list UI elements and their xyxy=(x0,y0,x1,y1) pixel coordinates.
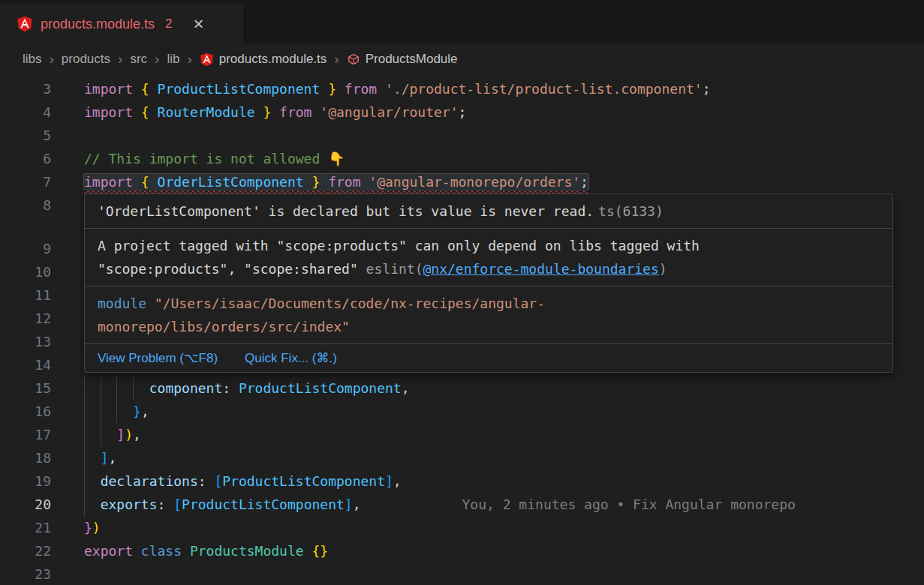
breadcrumb: libs › products › src › lib › products.m… xyxy=(0,44,924,75)
code-line-6[interactable]: 6// This import is not allowed 👇 xyxy=(0,147,924,170)
indent-guide-icon xyxy=(116,376,117,400)
code-content: import { RouterModule } from '@angular/r… xyxy=(84,100,466,124)
line-number: 23 xyxy=(0,562,51,585)
line-number: 19 xyxy=(0,470,51,493)
code-line-17[interactable]: 17 ]), xyxy=(0,423,924,446)
line-number: 10 xyxy=(0,260,51,284)
code-line-21[interactable]: 21}) xyxy=(0,516,924,539)
chevron-right-icon: › xyxy=(50,51,54,68)
quick-fix-button[interactable]: Quick Fix... (⌘.) xyxy=(245,348,337,368)
hover-eslint-line2: "scope:products", "scope:shared" eslint(… xyxy=(98,257,880,280)
code-line-7[interactable]: 7import { OrderListComponent } from '@an… xyxy=(0,170,924,194)
code-editor: 3import { ProductListComponent } from '.… xyxy=(0,75,924,585)
code-line-16[interactable]: 16 }, xyxy=(0,400,924,423)
diagnostics-hover-popup: 'OrderListComponent' is declared but its… xyxy=(84,194,893,373)
view-problem-button[interactable]: View Problem (⌥F8) xyxy=(98,348,218,368)
module-path-line2: monorepo/libs/orders/src/index" xyxy=(98,319,350,334)
chevron-right-icon: › xyxy=(118,51,122,68)
code-line-5[interactable]: 5 xyxy=(0,124,924,147)
line-number: 21 xyxy=(0,516,51,539)
tab-products-module[interactable]: products.module.ts 2 × xyxy=(0,4,245,44)
hover-action-bar: View Problem (⌥F8) Quick Fix... (⌘.) xyxy=(85,344,892,372)
module-path-line1: "/Users/isaac/Documents/code/nx-recipes/… xyxy=(155,296,545,311)
breadcrumb-item-libs[interactable]: libs xyxy=(23,52,42,67)
symbol-module-icon xyxy=(347,52,360,66)
code-line-19[interactable]: 19 declarations: [ProductListComponent], xyxy=(0,470,924,493)
line-number: 5 xyxy=(0,124,51,147)
hover-eslint-line1: A project tagged with "scope:products" c… xyxy=(98,234,880,257)
line-number: 17 xyxy=(0,423,51,446)
code-content: exports: [ProductListComponent],You, 2 m… xyxy=(84,493,796,516)
chevron-right-icon: › xyxy=(334,51,339,68)
line-number: 20 xyxy=(0,493,51,516)
line-number: 22 xyxy=(0,539,51,562)
line-number: 16 xyxy=(0,400,51,423)
code-line-20[interactable]: 20 exports: [ProductListComponent],You, … xyxy=(0,493,924,516)
line-number: 12 xyxy=(0,307,51,330)
hover-ts-code: ts(6133) xyxy=(598,203,664,219)
code-content: }, xyxy=(84,400,149,423)
hover-range-highlight: import { OrderListComponent } from '@ang… xyxy=(84,174,588,190)
code-line-4[interactable]: 4import { RouterModule } from '@angular/… xyxy=(0,100,924,124)
code-content: import { OrderListComponent } from '@ang… xyxy=(84,170,588,194)
hover-module-info: module "/Users/isaac/Documents/code/nx-r… xyxy=(85,286,892,344)
hover-ts-diagnostic: 'OrderListComponent' is declared but its… xyxy=(85,194,892,228)
code-content: // This import is not allowed 👇 xyxy=(84,147,345,170)
line-number: 7 xyxy=(0,170,51,194)
tab-bar: products.module.ts 2 × xyxy=(0,0,924,44)
code-line-18[interactable]: 18 ], xyxy=(0,446,924,470)
line-number: 9 xyxy=(0,237,51,260)
tab-filename: products.module.ts xyxy=(41,16,155,32)
line-number: 8 xyxy=(0,194,51,217)
code-line-15[interactable]: 15 component: ProductListComponent, xyxy=(0,376,924,400)
code-line-23[interactable]: 23 xyxy=(0,562,924,585)
git-blame-annotation: You, 2 minutes ago • Fix Angular monorep… xyxy=(462,496,796,512)
indent-guide-icon xyxy=(116,400,117,423)
line-number: 18 xyxy=(0,446,51,470)
indent-guide-icon xyxy=(101,376,101,400)
eslint-rule-link[interactable]: @nx/enforce-module-boundaries xyxy=(423,261,658,277)
indent-guide-icon xyxy=(133,376,134,400)
indent-guide-icon xyxy=(84,376,85,400)
line-number: 15 xyxy=(0,376,51,400)
breadcrumb-item-lib[interactable]: lib xyxy=(167,52,179,67)
module-keyword: module xyxy=(98,296,155,311)
breadcrumb-item-symbol[interactable]: ProductsModule xyxy=(366,52,458,67)
line-number: 3 xyxy=(0,77,51,100)
tab-problem-count: 2 xyxy=(165,16,172,32)
code-line-22[interactable]: 22export class ProductsModule {} xyxy=(0,539,924,562)
code-content: declarations: [ProductListComponent], xyxy=(84,470,402,493)
indent-guide-icon xyxy=(84,470,85,493)
code-line-3[interactable]: 3import { ProductListComponent } from '.… xyxy=(0,77,924,100)
line-number: 13 xyxy=(0,330,51,353)
line-number: 14 xyxy=(0,353,51,376)
chevron-right-icon: › xyxy=(187,51,191,68)
code-content: import { ProductListComponent } from './… xyxy=(84,77,710,100)
chevron-right-icon: › xyxy=(155,51,159,68)
code-content: ], xyxy=(84,446,116,470)
angular-icon xyxy=(17,16,33,32)
code-content: export class ProductsModule {} xyxy=(84,539,328,562)
hover-eslint-diagnostic: A project tagged with "scope:products" c… xyxy=(85,228,892,286)
close-icon[interactable]: × xyxy=(194,15,204,33)
code-content: ]), xyxy=(84,423,141,446)
indent-guide-icon xyxy=(84,493,85,516)
line-number: 11 xyxy=(0,284,51,307)
line-number: 4 xyxy=(0,100,51,124)
indent-guide-icon xyxy=(101,400,101,423)
code-content: component: ProductListComponent, xyxy=(84,376,410,400)
hover-ts-message: 'OrderListComponent' is declared but its… xyxy=(98,203,594,219)
angular-icon xyxy=(200,52,214,67)
breadcrumb-item-products[interactable]: products xyxy=(62,52,110,67)
indent-guide-icon xyxy=(101,423,101,446)
code-content: }) xyxy=(84,516,101,539)
indent-guide-icon xyxy=(84,400,85,423)
indent-guide-icon xyxy=(84,423,85,446)
indent-guide-icon xyxy=(84,446,85,470)
breadcrumb-item-file[interactable]: products.module.ts xyxy=(219,52,327,67)
breadcrumb-item-src[interactable]: src xyxy=(130,52,147,67)
line-number: 6 xyxy=(0,147,51,170)
